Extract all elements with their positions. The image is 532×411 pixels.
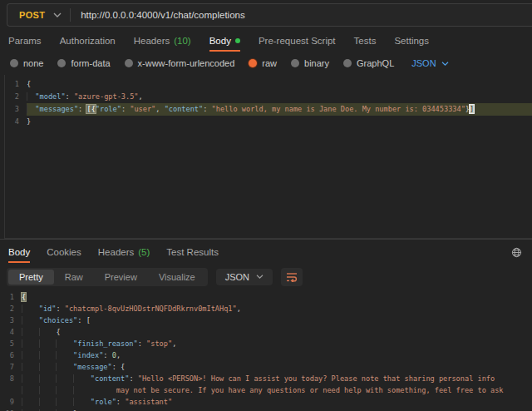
request-body-editor[interactable]: 1{2 "model": "azure-gpt-3.5",3 "messages…: [4, 75, 532, 239]
request-url-row: POST http://0.0.0.0:4000/v1/chat/complet…: [0, 0, 532, 30]
wrap-text-icon: [286, 272, 298, 282]
postman-window: POST http://0.0.0.0:4000/v1/chat/complet…: [0, 0, 532, 411]
line-number: [0, 384, 22, 396]
response-tab-test-results[interactable]: Test Results: [166, 240, 219, 265]
code-line: may not be secure. If you have any quest…: [0, 384, 532, 396]
code-line: 2 "id": "chatcmpl-8qvUzHODstrNQFDdRkrnv0…: [0, 303, 532, 314]
response-toolbar: Pretty Raw Preview Visualize JSON: [0, 265, 532, 289]
tab-settings[interactable]: Settings: [394, 30, 429, 52]
response-tab-body[interactable]: Body: [8, 240, 30, 265]
line-number: 3: [0, 314, 22, 326]
line-number: 4: [5, 116, 27, 128]
method-selector[interactable]: POST: [7, 10, 53, 20]
code-line: 4 {: [0, 326, 532, 338]
code-line: 9 "role": "assistant": [0, 396, 532, 408]
radio-icon: [57, 59, 66, 67]
view-mode-switcher: Pretty Raw Preview Visualize: [7, 268, 208, 286]
radio-raw[interactable]: raw: [249, 58, 277, 68]
radio-icon: [291, 59, 299, 67]
radio-none[interactable]: none: [10, 58, 43, 68]
code-line: 6 "index": 0,: [0, 349, 532, 361]
url-bar: POST http://0.0.0.0:4000/v1/chat/complet…: [7, 3, 532, 27]
code-line: 3 "choices": [: [0, 314, 532, 326]
chevron-down-icon: [441, 61, 449, 67]
radio-graphql[interactable]: GraphQL: [343, 58, 394, 68]
tab-tests[interactable]: Tests: [354, 30, 377, 52]
tab-headers[interactable]: Headers(10): [134, 30, 191, 52]
request-tabs: Params Authorization Headers(10) Body Pr…: [0, 30, 532, 52]
headers-count: (10): [174, 36, 190, 46]
code-line: 2 "model": "azure-gpt-3.5",: [5, 91, 532, 103]
line-number: 3: [5, 103, 27, 116]
raw-language-select[interactable]: JSON: [411, 58, 448, 68]
view-preview[interactable]: Preview: [94, 270, 148, 285]
line-number: 2: [0, 303, 22, 314]
view-raw[interactable]: Raw: [54, 270, 94, 285]
code-line: 10 }: [0, 408, 532, 411]
line-number: 2: [5, 91, 27, 103]
tab-params[interactable]: Params: [8, 30, 42, 52]
response-body-editor[interactable]: 1{2 "id": "chatcmpl-8qvUzHODstrNQFDdRkrn…: [0, 289, 532, 411]
code-line: 7 "message": {: [0, 361, 532, 373]
code-line: 4}: [5, 116, 532, 128]
line-number: 6: [0, 349, 22, 361]
code-line: 8 "content": "Hello <PERSON>! How can I …: [0, 373, 532, 384]
code-line: 5 "finish_reason": "stop",: [0, 338, 532, 349]
body-type-row: none form-data x-www-form-urlencoded raw…: [0, 52, 532, 75]
line-number: 7: [0, 361, 22, 373]
radio-icon: [343, 59, 352, 67]
tab-body[interactable]: Body: [209, 30, 240, 52]
view-pretty[interactable]: Pretty: [8, 270, 54, 285]
radio-icon: [125, 59, 133, 67]
response-headers-count: (5): [138, 247, 150, 257]
chevron-down-icon: [256, 274, 264, 280]
radio-icon: [10, 59, 18, 67]
body-modified-dot-icon: [235, 38, 240, 43]
response-language-select[interactable]: JSON: [216, 269, 273, 285]
radio-form-data[interactable]: form-data: [57, 58, 110, 68]
line-number: 10: [0, 408, 22, 411]
response-tab-headers[interactable]: Headers(5): [98, 240, 150, 265]
url-input[interactable]: http://0.0.0.0:4000/v1/chat/completions: [71, 10, 245, 20]
response-tab-cookies[interactable]: Cookies: [47, 240, 81, 265]
radio-x-www-form-urlencoded[interactable]: x-www-form-urlencoded: [125, 58, 235, 68]
tab-authorization[interactable]: Authorization: [60, 30, 116, 52]
chevron-down-icon[interactable]: [53, 12, 62, 18]
line-number: 1: [0, 291, 22, 303]
radio-binary[interactable]: binary: [291, 58, 329, 68]
line-number: 9: [0, 396, 22, 408]
response-section: Body Cookies Headers(5) Test Results Pre…: [0, 239, 532, 411]
line-number: 4: [0, 326, 22, 338]
line-number: 1: [5, 78, 27, 91]
view-visualize[interactable]: Visualize: [148, 270, 206, 285]
code-line: 3 "messages": [{"role": "user", "content…: [5, 103, 532, 116]
code-line: 1{: [5, 78, 532, 91]
line-number: 5: [0, 338, 22, 349]
tab-pre-request-script[interactable]: Pre-request Script: [259, 30, 336, 52]
code-line: 1{: [0, 291, 532, 303]
globe-icon[interactable]: [511, 247, 524, 258]
radio-selected-icon: [249, 59, 257, 67]
wrap-text-button[interactable]: [281, 268, 303, 286]
line-number: 8: [0, 373, 22, 384]
response-tabs: Body Cookies Headers(5) Test Results: [0, 240, 532, 265]
